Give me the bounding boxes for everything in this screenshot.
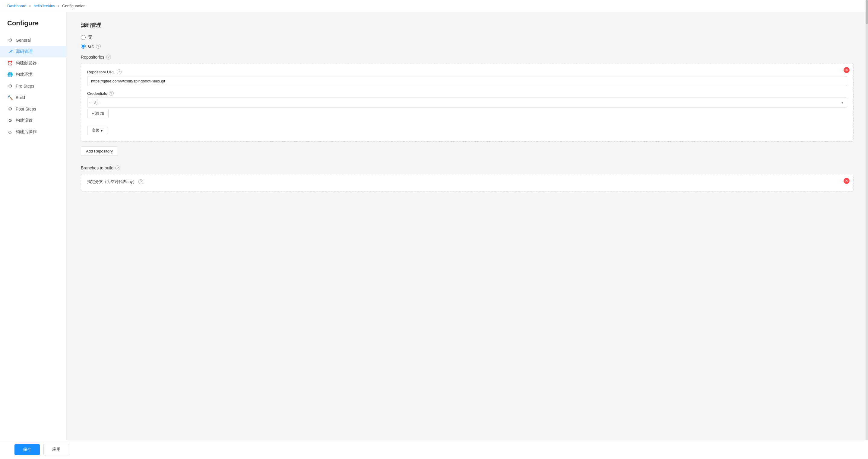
repos-help-icon[interactable]: ? xyxy=(106,55,111,59)
main-content: 源码管理 无 Git ? Repositories ? ✕ Repos xyxy=(66,12,868,458)
branch-field-help-icon[interactable]: ? xyxy=(138,179,143,184)
breadcrumb-current: Configuration xyxy=(62,4,85,8)
sidebar: Configure ⚙ General ⎇ 源码管理 ⏰ 构建触发器 🌐 构建环… xyxy=(0,12,66,458)
scrollbar-thumb[interactable] xyxy=(866,0,868,24)
branches-section: Branches to build ? ✕ 指定分支（为空时代表any） ? xyxy=(81,166,854,192)
clock-icon: ⏰ xyxy=(7,60,13,66)
section-title-scm: 源码管理 xyxy=(81,22,854,29)
advanced-label: 高级 xyxy=(92,128,99,133)
breadcrumb-bar: Dashboard > helloJenkins > Configuration xyxy=(0,0,868,12)
poststeps-icon: ⚙ xyxy=(7,106,13,112)
advanced-button[interactable]: 高级 ▾ xyxy=(87,125,107,135)
add-repository-button[interactable]: Add Repository xyxy=(81,146,118,156)
sidebar-label-poststeps: Post Steps xyxy=(16,107,36,111)
sidebar-item-settings[interactable]: ⚙ 构建设置 xyxy=(0,115,66,126)
breadcrumb-sep-1: > xyxy=(29,4,31,8)
apply-button[interactable]: 应用 xyxy=(43,444,69,455)
repository-url-field-group: Repository URL ? xyxy=(87,69,847,86)
radio-none-label: 无 xyxy=(88,35,92,40)
scrollbar[interactable] xyxy=(866,0,868,459)
save-button[interactable]: 保存 xyxy=(14,444,40,455)
add-repository-label: Add Repository xyxy=(86,149,113,153)
radio-git[interactable] xyxy=(81,44,86,49)
repository-url-input[interactable] xyxy=(87,76,847,86)
credentials-label: Credentials ? xyxy=(87,91,847,96)
branch-field-label: 指定分支（为空时代表any） ? xyxy=(87,179,847,184)
credentials-select[interactable]: - 无 - xyxy=(87,97,847,108)
breadcrumb-dashboard[interactable]: Dashboard xyxy=(7,4,27,8)
sidebar-label-general: General xyxy=(16,38,31,42)
hammer-icon: 🔨 xyxy=(7,95,13,100)
sidebar-item-build[interactable]: 🔨 Build xyxy=(0,92,66,103)
repository-card: ✕ Repository URL ? Credentials ? - 无 - xyxy=(81,63,854,142)
sidebar-label-build: Build xyxy=(16,95,25,100)
sidebar-label-scm: 源码管理 xyxy=(16,49,33,54)
sidebar-label-env: 构建环境 xyxy=(16,72,33,77)
sidebar-item-scm[interactable]: ⎇ 源码管理 xyxy=(0,46,66,57)
globe-icon: 🌐 xyxy=(7,72,13,77)
repo-url-help-icon[interactable]: ? xyxy=(117,69,122,74)
breadcrumb-sep-2: > xyxy=(58,4,60,8)
branch-icon: ⎇ xyxy=(7,49,13,54)
settings-icon: ⚙ xyxy=(7,118,13,123)
branch-card-close-button[interactable]: ✕ xyxy=(843,178,849,184)
branches-label: Branches to build ? xyxy=(81,166,854,170)
repositories-label: Repositories ? xyxy=(81,55,854,59)
add-credentials-button[interactable]: + 添 加 xyxy=(87,109,108,118)
bottom-bar: 保存 应用 xyxy=(0,440,868,459)
sidebar-item-triggers[interactable]: ⏰ 构建触发器 xyxy=(0,57,66,69)
diamond-icon: ◇ xyxy=(7,129,13,135)
branch-card: ✕ 指定分支（为空时代表any） ? xyxy=(81,174,854,192)
credentials-field-group: Credentials ? - 无 - ▼ + 添 加 xyxy=(87,91,847,118)
repo-card-close-button[interactable]: ✕ xyxy=(843,67,849,73)
sidebar-item-poststeps[interactable]: ⚙ Post Steps xyxy=(0,103,66,115)
radio-none[interactable] xyxy=(81,35,86,40)
radio-option-git[interactable]: Git ? xyxy=(81,44,854,49)
radio-option-none[interactable]: 无 xyxy=(81,35,854,40)
sidebar-label-triggers: 构建触发器 xyxy=(16,60,37,66)
sidebar-label-postbuild: 构建后操作 xyxy=(16,129,37,135)
sidebar-item-presteps[interactable]: ⚙ Pre Steps xyxy=(0,80,66,92)
add-credentials-label: + 添 加 xyxy=(92,111,104,116)
sidebar-item-general[interactable]: ⚙ General xyxy=(0,34,66,46)
repository-url-label: Repository URL ? xyxy=(87,69,847,74)
gear-icon: ⚙ xyxy=(7,37,13,43)
sidebar-item-env[interactable]: 🌐 构建环境 xyxy=(0,69,66,80)
git-help-icon[interactable]: ? xyxy=(96,44,101,49)
branches-help-icon[interactable]: ? xyxy=(115,166,120,170)
credentials-select-wrapper: - 无 - ▼ xyxy=(87,97,847,108)
sidebar-item-postbuild[interactable]: ◇ 构建后操作 xyxy=(0,126,66,138)
presteps-icon: ⚙ xyxy=(7,83,13,89)
radio-group-scm: 无 Git ? xyxy=(81,35,854,49)
sidebar-label-settings: 构建设置 xyxy=(16,118,33,123)
page-title: Configure xyxy=(0,19,66,34)
radio-git-label: Git xyxy=(88,44,93,49)
breadcrumb-project[interactable]: helloJenkins xyxy=(33,4,55,8)
credentials-help-icon[interactable]: ? xyxy=(109,91,114,96)
page-layout: Configure ⚙ General ⎇ 源码管理 ⏰ 构建触发器 🌐 构建环… xyxy=(0,12,868,458)
sidebar-label-presteps: Pre Steps xyxy=(16,84,34,88)
chevron-down-icon-advanced: ▾ xyxy=(101,128,103,133)
